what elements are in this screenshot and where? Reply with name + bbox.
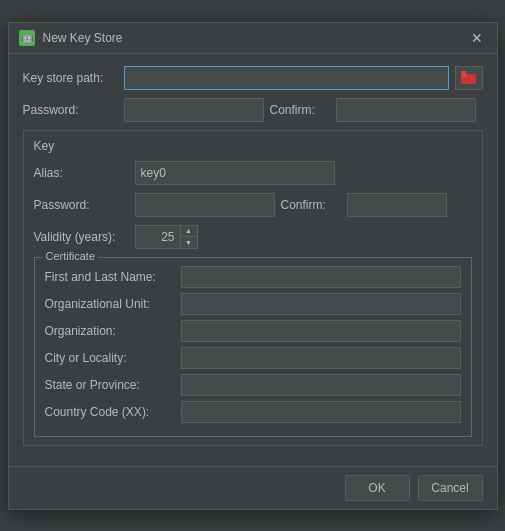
key-password-input[interactable] [135,193,275,217]
cert-row-2: Organization: [45,320,461,342]
svg-rect-2 [461,71,466,74]
cert-row-3: City or Locality: [45,347,461,369]
cert-label-2: Organization: [45,324,175,338]
cert-row-0: First and Last Name: [45,266,461,288]
dialog-content: Key store path: Password: Confirm: Key A… [9,54,497,466]
cert-row-1: Organizational Unit: [45,293,461,315]
validity-label: Validity (years): [34,230,129,244]
validity-spinner: ▲ ▼ [135,225,198,249]
title-bar: 🤖 New Key Store ✕ [9,23,497,54]
alias-label: Alias: [34,166,129,180]
alias-row: Alias: [34,161,472,185]
cert-row-4: State or Province: [45,374,461,396]
key-confirm-label: Confirm: [281,198,341,212]
spinner-up-button[interactable]: ▲ [181,226,197,237]
ok-button[interactable]: OK [345,475,410,501]
cert-label-3: City or Locality: [45,351,175,365]
cert-input-5[interactable] [181,401,461,423]
android-icon: 🤖 [19,30,35,46]
outer-password-label: Password: [23,103,118,117]
title-bar-left: 🤖 New Key Store [19,30,123,46]
cert-input-3[interactable] [181,347,461,369]
spinner-buttons: ▲ ▼ [180,225,198,249]
bottom-bar: OK Cancel [9,466,497,509]
outer-confirm-label: Confirm: [270,103,330,117]
validity-input[interactable] [135,225,180,249]
key-confirm-input[interactable] [347,193,447,217]
close-button[interactable]: ✕ [467,29,487,47]
svg-rect-1 [461,74,467,77]
cert-input-0[interactable] [181,266,461,288]
validity-row: Validity (years): ▲ ▼ [34,225,472,249]
key-password-row: Password: Confirm: [34,193,472,217]
outer-password-input[interactable] [124,98,264,122]
folder-icon [461,71,477,84]
dialog-title: New Key Store [43,31,123,45]
alias-input[interactable] [135,161,335,185]
new-key-store-dialog: 🤖 New Key Store ✕ Key store path: Passwo… [8,22,498,510]
keystore-path-input[interactable] [124,66,449,90]
cert-label-5: Country Code (XX): [45,405,175,419]
certificate-legend: Certificate [43,250,99,262]
cert-input-4[interactable] [181,374,461,396]
cancel-button[interactable]: Cancel [418,475,483,501]
certificate-section: Certificate First and Last Name: Organiz… [34,257,472,437]
cert-label-0: First and Last Name: [45,270,175,284]
cert-input-1[interactable] [181,293,461,315]
cert-input-2[interactable] [181,320,461,342]
outer-confirm-input[interactable] [336,98,476,122]
cert-label-1: Organizational Unit: [45,297,175,311]
key-section-title: Key [34,139,472,153]
keystore-path-row: Key store path: [23,66,483,90]
key-section: Key Alias: Password: Confirm: Validity (… [23,130,483,446]
key-password-label: Password: [34,198,129,212]
spinner-down-button[interactable]: ▼ [181,237,197,248]
cert-row-5: Country Code (XX): [45,401,461,423]
browse-button[interactable] [455,66,483,90]
outer-password-row: Password: Confirm: [23,98,483,122]
keystore-path-label: Key store path: [23,71,118,85]
cert-label-4: State or Province: [45,378,175,392]
